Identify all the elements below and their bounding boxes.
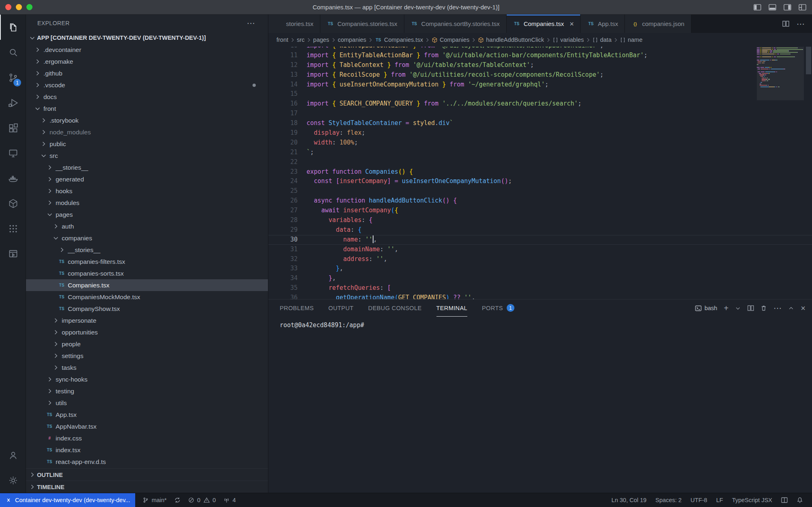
code-line-31[interactable]: 31 domainName: '', <box>268 245 812 255</box>
code-line-22[interactable]: 22 <box>268 157 812 167</box>
indentation-indicator[interactable]: Spaces: 2 <box>655 497 682 503</box>
tree-item-stories[interactable]: __stories__ <box>26 244 268 256</box>
code-line-27[interactable]: 27 await insertCompany({ <box>268 206 812 216</box>
toggle-secondary-sidebar-icon[interactable] <box>784 4 791 11</box>
customize-layout-icon[interactable] <box>799 4 806 11</box>
tree-item-vscode[interactable]: .vscode <box>26 79 268 91</box>
panel-tab-problems[interactable]: PROBLEMS <box>280 300 314 317</box>
code-line-15[interactable]: 15 <box>268 89 812 99</box>
timeline-section-header[interactable]: TIMELINE <box>26 481 268 493</box>
tree-item-testing[interactable]: testing <box>26 385 268 397</box>
code-line-21[interactable]: 21`; <box>268 148 812 157</box>
code-line-28[interactable]: 28 variables: { <box>268 216 812 225</box>
toggle-primary-sidebar-icon[interactable] <box>754 4 761 11</box>
tree-item-tasks[interactable]: tasks <box>26 362 268 373</box>
split-editor-icon[interactable] <box>782 21 789 27</box>
panel-tab-debug-console[interactable]: DEBUG CONSOLE <box>368 300 422 317</box>
tree-item-companies[interactable]: companies <box>26 232 268 244</box>
code-line-20[interactable]: 20 width: 100%; <box>268 138 812 148</box>
activity-preview[interactable] <box>0 241 26 266</box>
code-line-26[interactable]: 26 async function handleAddButtonClick()… <box>268 196 812 206</box>
tree-item-utils[interactable]: utils <box>26 397 268 409</box>
breadcrumb-item-data[interactable]: data <box>592 37 611 43</box>
activity-explorer[interactable] <box>0 15 26 40</box>
breadcrumb-item-name[interactable]: name <box>620 37 642 43</box>
eol-indicator[interactable]: LF <box>716 497 723 503</box>
tree-item-hooks[interactable]: hooks <box>26 185 268 197</box>
activity-grid[interactable] <box>0 216 26 241</box>
cursor-position-indicator[interactable]: Ln 30, Col 19 <box>611 497 646 503</box>
minimize-window-button[interactable] <box>16 4 22 10</box>
tree-item-front[interactable]: front <box>26 103 268 114</box>
code-line-34[interactable]: 34 }, <box>268 274 812 283</box>
minimap[interactable] <box>757 47 804 299</box>
tab-app-tsx[interactable]: TSApp.tsx <box>581 15 625 33</box>
tree-item-ergomake[interactable]: .ergomake <box>26 56 268 67</box>
code-line-35[interactable]: 35 refetchQueries: [ <box>268 283 812 293</box>
tab-companies-json[interactable]: {}companies.json <box>625 15 691 33</box>
tree-item-generated[interactable]: generated <box>26 173 268 185</box>
code-line-18[interactable]: 18const StyledTableContainer = styled.di… <box>268 119 812 128</box>
code-line-10[interactable]: 10import { WithTopBarContainer } from '@… <box>268 47 812 51</box>
editor-more-actions-icon[interactable]: ⋯ <box>797 19 805 29</box>
tree-item-public[interactable]: public <box>26 138 268 150</box>
encoding-indicator[interactable]: UTF-8 <box>691 497 707 503</box>
code-line-12[interactable]: 12import { TableContext } from '@/ui/tab… <box>268 60 812 70</box>
terminal-shell-picker[interactable]: bash <box>695 305 717 311</box>
kill-terminal-icon[interactable] <box>760 305 767 311</box>
breadcrumb-item-src[interactable]: src <box>297 37 304 43</box>
close-icon[interactable]: × <box>570 20 574 28</box>
maximize-panel-chevron-icon[interactable] <box>788 305 794 311</box>
tree-item-settings[interactable]: settings <box>26 350 268 362</box>
tab-stories-tsx[interactable]: stories.tsx <box>268 15 320 33</box>
breadcrumb-item-front[interactable]: front <box>276 37 288 43</box>
panel-tab-ports[interactable]: PORTS1 <box>482 300 514 317</box>
tree-item-companies-tsx[interactable]: TSCompanies.tsx <box>26 279 268 291</box>
new-terminal-icon[interactable]: + <box>724 304 729 313</box>
tree-item-companiesmockmode-tsx[interactable]: TSCompaniesMockMode.tsx <box>26 291 268 303</box>
tree-item-pages[interactable]: pages <box>26 209 268 220</box>
activity-extensions[interactable] <box>0 115 26 140</box>
language-mode-indicator[interactable]: TypeScript JSX <box>732 497 772 503</box>
code-line-25[interactable]: 25 <box>268 186 812 196</box>
toggle-panel-icon[interactable] <box>769 4 776 11</box>
code-line-32[interactable]: 32 address: '', <box>268 255 812 264</box>
code-line-14[interactable]: 14import { useInsertOneCompanyMutation }… <box>268 80 812 90</box>
activity-container[interactable] <box>0 191 26 216</box>
code-line-30[interactable]: 30 name: '', <box>268 235 812 245</box>
tree-item-storybook[interactable]: .storybook <box>26 114 268 126</box>
code-line-23[interactable]: 23export function Companies() { <box>268 167 812 177</box>
tree-item-impersonate[interactable]: impersonate <box>26 315 268 326</box>
tab-companies-sortby-stories-tsx[interactable]: TSCompanies.sortBy.stories.tsx <box>404 15 507 33</box>
activity-search[interactable] <box>0 40 26 65</box>
problems-indicator[interactable]: 0 0 <box>188 497 216 503</box>
tab-companies-tsx[interactable]: TSCompanies.tsx× <box>507 15 581 33</box>
activity-settings[interactable] <box>0 468 26 493</box>
code-line-24[interactable]: 24 const [insertCompany] = useInsertOneC… <box>268 177 812 186</box>
code-line-36[interactable]: 36 getOperationName(GET_COMPANIES) ?? ''… <box>268 293 812 299</box>
activity-accounts[interactable] <box>0 442 26 468</box>
tree-item-opportunities[interactable]: opportunities <box>26 326 268 338</box>
panel-tab-output[interactable]: OUTPUT <box>328 300 354 317</box>
tree-item-companyshow-tsx[interactable]: TSCompanyShow.tsx <box>26 303 268 315</box>
ports-indicator[interactable]: 4 <box>223 497 236 503</box>
close-window-button[interactable] <box>5 4 11 10</box>
activity-run-debug[interactable] <box>0 90 26 115</box>
tree-item-devcontainer[interactable]: .devcontainer <box>26 44 268 56</box>
tree-item-stories[interactable]: __stories__ <box>26 162 268 173</box>
code-line-17[interactable]: 17 <box>268 109 812 119</box>
code-line-11[interactable]: 11import { EntityTableActionBar } from '… <box>268 51 812 60</box>
editor-scrollbar[interactable] <box>806 47 811 74</box>
split-terminal-icon[interactable] <box>747 305 754 311</box>
tree-item-companies-sorts-tsx[interactable]: TScompanies-sorts.tsx <box>26 268 268 279</box>
tree-item-node-modules[interactable]: node_modules <box>26 126 268 138</box>
editor-layout-indicator[interactable] <box>781 497 788 503</box>
zoom-window-button[interactable] <box>26 4 32 10</box>
panel-tab-terminal[interactable]: TERMINAL <box>436 300 468 317</box>
code-line-33[interactable]: 33 }, <box>268 264 812 274</box>
code-editor[interactable]: 10import { WithTopBarContainer } from '@… <box>268 47 812 299</box>
breadcrumb-item-variables[interactable]: variables <box>553 37 584 43</box>
breadcrumb-item-companies[interactable]: companies <box>338 37 366 43</box>
panel-more-actions-icon[interactable]: ⋯ <box>773 303 782 313</box>
tree-item-modules[interactable]: modules <box>26 197 268 209</box>
